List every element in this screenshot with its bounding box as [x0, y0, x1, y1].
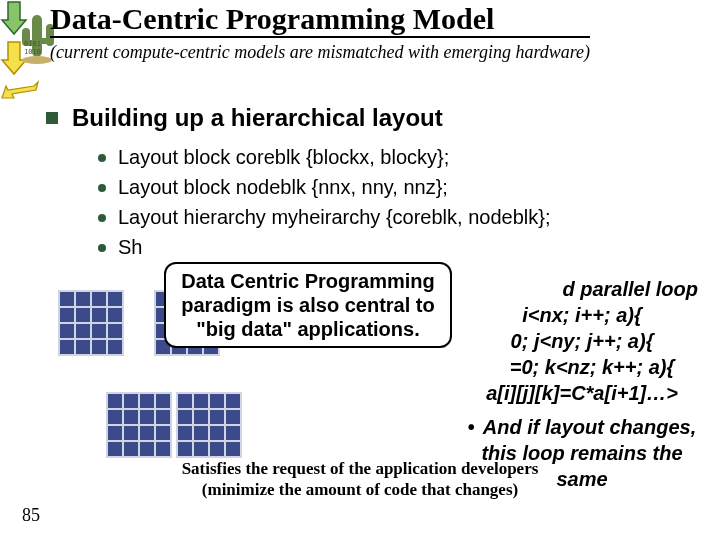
code-line: Layout block nodeblk {nnx, nny, nnz}; — [118, 174, 448, 201]
code-list: Layout block coreblk {blockx, blocky}; L… — [98, 144, 550, 264]
callout-text: Data Centric Programming paradigm is als… — [172, 269, 444, 341]
slide-title: Data-Centric Programming Model — [18, 2, 710, 36]
grid-block — [106, 392, 172, 458]
code-line: =0; k<nz; k++; a){ — [460, 354, 704, 380]
arrow-diag-yellow-icon — [0, 80, 720, 104]
slide-subtitle: (current compute-centric models are mism… — [50, 42, 710, 63]
slide: 0101 1010 Data-Centric Programming Model… — [0, 0, 720, 540]
code-line: Layout hierarchy myheirarchy {coreblk, n… — [118, 204, 550, 231]
footer-line-2: (minimize the amount of code that change… — [0, 479, 720, 500]
page-number: 85 — [22, 505, 40, 526]
list-item: Layout block nodeblk {nnx, nny, nnz}; — [98, 174, 550, 201]
list-item: Layout block coreblk {blockx, blocky}; — [98, 144, 550, 171]
list-item: Sh — [98, 234, 550, 261]
footer-line-1: Satisfies the request of the application… — [0, 458, 720, 479]
callout-box: Data Centric Programming paradigm is als… — [164, 262, 452, 348]
code-line: 0; j<ny; j++; a){ — [460, 328, 704, 354]
footer-caption: Satisfies the request of the application… — [0, 458, 720, 501]
title-underline — [50, 36, 590, 38]
grid-block — [176, 392, 242, 458]
bullet-dot-icon — [98, 244, 106, 252]
code-line: i<nx; i++; a){ — [460, 302, 704, 328]
bullet-dot-icon — [98, 154, 106, 162]
list-item: Layout hierarchy myheirarchy {coreblk, n… — [98, 204, 550, 231]
bullet-dot-icon — [98, 184, 106, 192]
section-heading: Building up a hierarchical layout — [46, 104, 443, 132]
parallel-loop-fragment: d parallel loop — [460, 276, 704, 302]
grid-block — [58, 290, 124, 356]
code-line: Layout block coreblk {blockx, blocky}; — [118, 144, 449, 171]
code-line: Sh — [118, 234, 142, 261]
title-block: Data-Centric Programming Model (current … — [18, 2, 710, 63]
square-bullet-icon — [46, 112, 58, 124]
bullet-dot-icon — [98, 214, 106, 222]
code-line: a[i][j][k]=C*a[i+1]…> — [460, 380, 704, 406]
section-heading-text: Building up a hierarchical layout — [72, 104, 443, 132]
